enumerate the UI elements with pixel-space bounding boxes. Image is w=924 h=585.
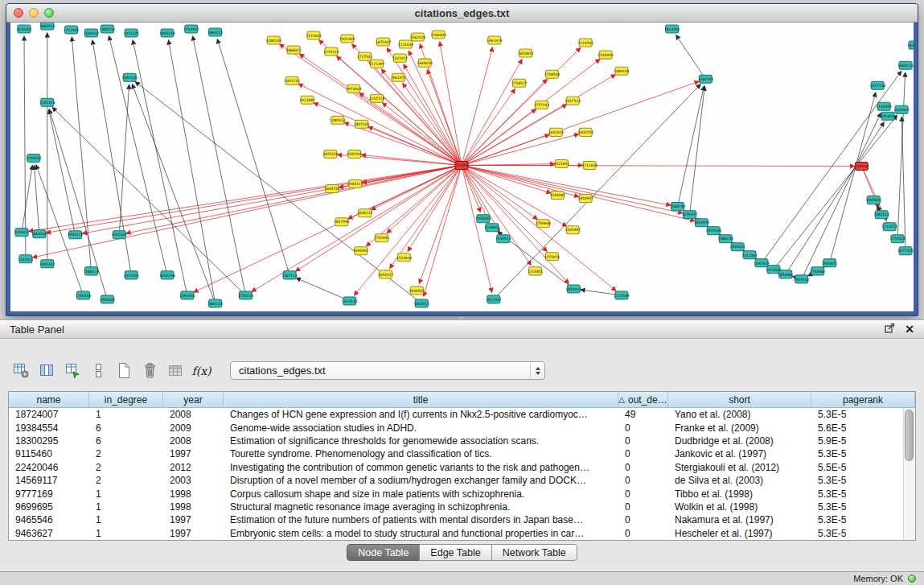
close-panel-icon[interactable]: ✕ [905, 323, 914, 335]
table-row[interactable]: 1456911722003Disruption of a novel membe… [9, 474, 903, 487]
graph-node[interactable]: 1754960 [810, 267, 826, 275]
table-cell[interactable]: 1998 [163, 488, 224, 500]
graph-node[interactable]: 1211945 [64, 26, 80, 34]
graph-node[interactable]: 1534513 [495, 235, 511, 243]
graph-node[interactable]: 1145011 [18, 255, 34, 263]
graph-edge[interactable] [462, 165, 569, 283]
table-cell[interactable]: 1998 [163, 501, 224, 513]
graph-node[interactable]: 2012461 [741, 251, 758, 259]
scrollbar-thumb[interactable] [905, 410, 914, 461]
table-row[interactable]: 2242004622012Investigating the contribut… [9, 461, 903, 474]
graph-node[interactable]: 1857103 [354, 120, 370, 128]
graph-node[interactable]: 1657513 [565, 97, 581, 105]
graph-edge[interactable] [126, 165, 462, 233]
network-canvas[interactable]: 1724051599381166043112543912213971973403… [10, 23, 914, 311]
graph-node[interactable]: 1935445 [475, 215, 491, 223]
graph-node[interactable]: 1863215 [207, 299, 224, 307]
graph-node[interactable]: 1750126 [238, 291, 254, 299]
graph-node[interactable]: 1905871 [822, 259, 838, 267]
tab-node-table[interactable]: Node Table [347, 544, 420, 561]
graph-node[interactable]: 2026005 [16, 25, 32, 33]
zoom-window-icon[interactable] [44, 8, 54, 18]
graph-node[interactable]: 1221397 [369, 60, 385, 68]
graph-edge[interactable] [462, 165, 671, 204]
graph-node[interactable]: 2012505 [123, 271, 139, 279]
graph-node[interactable]: 1973403 [346, 84, 362, 93]
table-cell[interactable]: 0 [618, 528, 668, 539]
table-row[interactable]: 969969511998Structural magnetic resonanc… [9, 501, 903, 513]
graph-node[interactable]: 1677010 [897, 247, 914, 255]
graph-node[interactable]: 1092450 [179, 291, 195, 299]
table-cell[interactable]: Wolkin et al. (1998) [668, 501, 811, 513]
table-cell[interactable]: 2012 [163, 462, 224, 473]
graph-edge[interactable] [774, 115, 897, 270]
graph-node[interactable]: 1860123 [897, 61, 914, 69]
graph-node[interactable]: 1913145 [342, 297, 358, 305]
table-cell[interactable]: 9115460 [9, 448, 89, 459]
graph-node[interactable]: 1932505 [347, 150, 363, 158]
table-cell[interactable]: Disruption of a novel member of a sodium… [224, 475, 618, 486]
graph-node[interactable]: 1750941 [374, 234, 390, 242]
table-cell[interactable]: 22420046 [9, 462, 89, 473]
graph-edge[interactable] [462, 47, 492, 166]
graph-edge[interactable] [383, 103, 462, 166]
graph-node[interactable]: 1950115 [68, 231, 84, 239]
column-header-year[interactable]: year [163, 392, 224, 407]
table-cell[interactable]: 0 [618, 422, 668, 434]
graph-node[interactable]: 1866012 [285, 46, 302, 54]
table-cell[interactable]: de Silva et al. (2003) [668, 475, 811, 486]
graph-node[interactable]: 1750533 [76, 291, 92, 299]
table-cell[interactable]: 9465546 [9, 514, 89, 525]
table-cell[interactable]: 1997 [163, 448, 224, 459]
graph-edge[interactable] [49, 109, 76, 235]
graph-node[interactable]: 1669050 [417, 59, 433, 67]
graph-node[interactable]: 2204087 [550, 192, 566, 200]
table-cell[interactable]: 19384554 [9, 422, 89, 434]
graph-node[interactable]: 1905147 [39, 260, 55, 268]
import-table-icon[interactable] [166, 360, 186, 381]
new-file-icon[interactable] [114, 360, 134, 381]
graph-node[interactable]: 1453010 [880, 112, 896, 120]
graph-edge[interactable] [47, 165, 462, 233]
table-cell[interactable]: 5.5E-5 [811, 462, 903, 473]
graph-node[interactable]: 1489104 [614, 67, 630, 75]
table-cell[interactable]: Changes of HCN gene expression and I(f) … [224, 409, 618, 420]
table-cell[interactable]: 5.3E-5 [811, 488, 903, 500]
table-cell[interactable]: Corpus callosum shape and size in male p… [224, 488, 618, 500]
graph-edge[interactable] [22, 165, 32, 232]
table-cell[interactable]: Franke et al. (2009) [668, 422, 811, 434]
graph-node[interactable]: 1813304 [664, 25, 680, 33]
table-cell[interactable]: Estimation of the future numbers of pati… [224, 514, 618, 525]
graph-edge[interactable] [52, 108, 245, 295]
graph-node[interactable]: 1210553 [881, 223, 897, 231]
table-cell[interactable]: 0 [618, 435, 668, 447]
graph-edge[interactable] [462, 89, 515, 166]
graph-node[interactable]: 1642610 [548, 128, 565, 136]
table-row[interactable]: 946554611997Estimation of the future num… [9, 513, 903, 526]
table-cell[interactable]: 1997 [163, 528, 224, 539]
graph-node[interactable]: 1777143 [534, 101, 550, 109]
table-cell[interactable]: 2008 [163, 409, 224, 420]
table-cell[interactable]: 0 [618, 475, 668, 486]
graph-node[interactable]: 1505492 [565, 226, 581, 234]
table-cell[interactable]: 1 [89, 501, 163, 513]
table-cell[interactable]: 9699695 [9, 501, 89, 513]
graph-node[interactable]: 1322017 [392, 54, 409, 62]
graph-node[interactable]: 1082513 [874, 211, 890, 219]
table-cell[interactable]: 2 [89, 462, 163, 473]
graph-node[interactable]: 1562528 [410, 33, 426, 41]
column-header-pagerank[interactable]: pagerank [811, 392, 915, 407]
graph-node[interactable]: 1913087 [299, 96, 315, 104]
graph-edge[interactable] [300, 54, 462, 165]
graph-node[interactable]: 1485013 [330, 116, 346, 124]
close-window-icon[interactable] [14, 8, 23, 18]
table-cell[interactable]: 9463627 [9, 528, 89, 539]
table-cell[interactable]: Hescheler et al. (1997) [668, 528, 811, 539]
graph-node[interactable]: 159938 [855, 162, 869, 170]
graph-node[interactable]: 1604512 [414, 299, 430, 307]
graph-node[interactable]: 1770554 [889, 235, 906, 243]
table-cell[interactable]: 5.3E-5 [811, 501, 903, 513]
graph-edge[interactable] [462, 75, 615, 166]
graph-node[interactable]: 1318902 [484, 224, 500, 232]
table-cell[interactable]: 5.3E-5 [811, 514, 903, 525]
